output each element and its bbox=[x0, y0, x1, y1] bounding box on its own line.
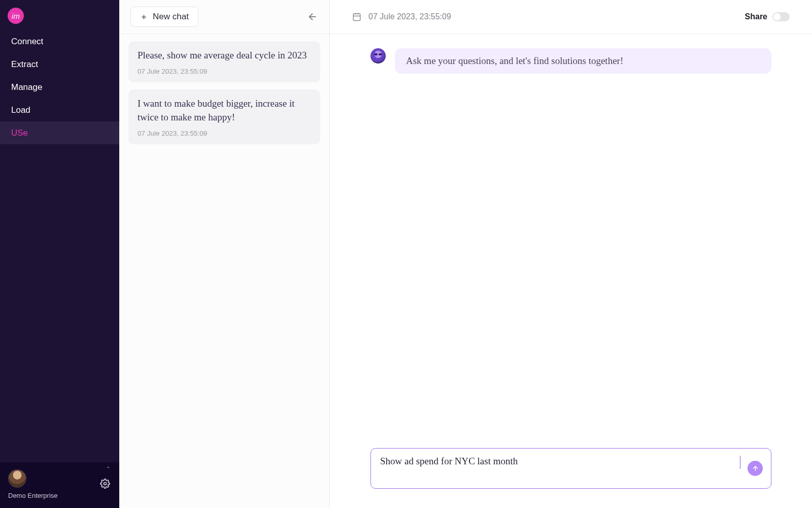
brand-logo-text: im bbox=[12, 12, 20, 20]
svg-rect-4 bbox=[353, 14, 360, 21]
avatar[interactable] bbox=[8, 469, 26, 488]
collapse-panel-icon[interactable] bbox=[307, 11, 318, 22]
bot-message-row: Ask me your questions, and let's find so… bbox=[370, 48, 771, 74]
sidebar-item-extract[interactable]: Extract bbox=[0, 53, 119, 76]
sidebar: im Connect Extract Manage Load USe Demo … bbox=[0, 0, 119, 508]
share-toggle[interactable] bbox=[772, 12, 790, 21]
header-date: 07 Jule 2023, 23:55:09 bbox=[368, 12, 451, 21]
message-composer[interactable] bbox=[370, 448, 771, 489]
account-name: Demo Enterprise bbox=[8, 492, 111, 499]
share-label: Share bbox=[745, 12, 767, 21]
sidebar-item-label: Load bbox=[11, 105, 30, 115]
plus-icon bbox=[140, 13, 148, 21]
share-group: Share bbox=[745, 12, 790, 21]
bot-avatar-icon bbox=[370, 48, 386, 64]
message-input[interactable] bbox=[380, 456, 736, 467]
chat-list-item[interactable]: I want to make budget bigger, increase i… bbox=[128, 89, 320, 144]
chat-item-title: Please, show me average deal cycle in 20… bbox=[138, 48, 311, 62]
chat-item-timestamp: 07 Jule 2023, 23:55:09 bbox=[138, 130, 311, 137]
chat-list-panel: New chat Please, show me average deal cy… bbox=[119, 0, 330, 508]
brand-logo[interactable]: im bbox=[8, 8, 24, 24]
chat-list-header: New chat bbox=[119, 0, 329, 34]
send-button[interactable] bbox=[748, 461, 763, 476]
arrow-up-icon bbox=[752, 465, 759, 472]
chat-item-title: I want to make budget bigger, increase i… bbox=[138, 97, 311, 124]
svg-point-0 bbox=[104, 483, 107, 485]
sidebar-item-load[interactable]: Load bbox=[0, 99, 119, 121]
sidebar-item-label: Manage bbox=[11, 82, 42, 92]
bot-message-text: Ask me your questions, and let's find so… bbox=[406, 55, 623, 66]
sidebar-item-use[interactable]: USe bbox=[0, 121, 119, 144]
sidebar-item-manage[interactable]: Manage bbox=[0, 76, 119, 99]
text-caret bbox=[740, 456, 740, 469]
new-chat-button[interactable]: New chat bbox=[130, 7, 198, 27]
sidebar-footer: Demo Enterprise ⌃⌄ bbox=[0, 462, 119, 508]
bot-message-bubble: Ask me your questions, and let's find so… bbox=[395, 48, 771, 74]
gear-icon[interactable] bbox=[100, 479, 110, 489]
conversation-area: Ask me your questions, and let's find so… bbox=[370, 48, 771, 442]
sidebar-item-label: USe bbox=[11, 128, 28, 138]
sidebar-item-label: Extract bbox=[11, 59, 38, 70]
chat-item-timestamp: 07 Jule 2023, 23:55:09 bbox=[138, 68, 311, 75]
main-panel: 07 Jule 2023, 23:55:09 Share Ask me your… bbox=[330, 0, 812, 508]
chat-list-item[interactable]: Please, show me average deal cycle in 20… bbox=[128, 41, 320, 82]
sidebar-item-connect[interactable]: Connect bbox=[0, 30, 119, 53]
new-chat-label: New chat bbox=[153, 12, 189, 22]
calendar-icon bbox=[352, 12, 361, 21]
main-header: 07 Jule 2023, 23:55:09 Share bbox=[330, 0, 812, 34]
sidebar-item-label: Connect bbox=[11, 37, 43, 47]
